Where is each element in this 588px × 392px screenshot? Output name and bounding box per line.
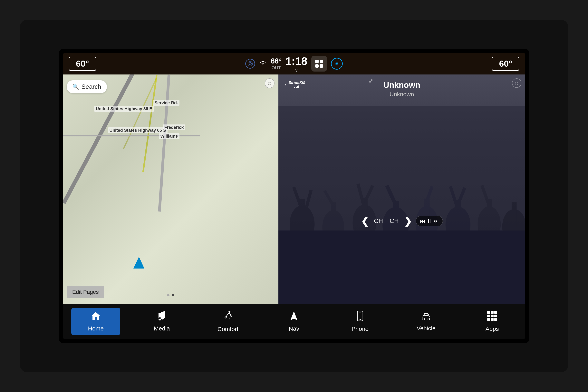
ch-prev-arrow[interactable]: ❮ (361, 216, 369, 226)
nav-label-home: Home (88, 325, 104, 332)
search-icon: 🔍 (72, 84, 79, 90)
svg-rect-47 (487, 318, 490, 321)
edit-pages-button[interactable]: Edit Pages (67, 286, 104, 298)
map-panel[interactable]: United States Highway 36 E United States… (63, 74, 278, 304)
playback-controls: ⏮ ⏸ ⏭ (416, 216, 443, 226)
wifi-icon (259, 60, 267, 68)
page-dot-2 (172, 294, 174, 296)
nav-item-nav[interactable]: -- Nav (269, 308, 318, 335)
nav-label-comfort: Comfort (217, 326, 238, 332)
road-label-us36: United States Highway 36 E (94, 106, 154, 112)
search-label: Search (81, 83, 101, 90)
ch-left-label: CH (373, 217, 384, 224)
crowd-visual: ▼ SiriusXM (278, 74, 525, 230)
svg-rect-48 (491, 318, 494, 321)
svg-rect-45 (491, 314, 494, 317)
svg-rect-42 (491, 311, 494, 314)
grid-button[interactable] (311, 56, 327, 72)
svg-rect-43 (494, 311, 497, 314)
nav-item-vehicle[interactable]: Vehicle (402, 308, 451, 335)
nav-label-apps: Apps (486, 326, 499, 332)
road-label-us65: United States Highway 65 S (108, 128, 168, 133)
nav-item-apps[interactable]: Apps (468, 308, 517, 335)
sirius-xm-indicator: ▼ SiriusXM (284, 80, 305, 88)
main-content: United States Highway 36 E United States… (63, 74, 525, 304)
road-label-service: Service Rd. (153, 100, 180, 106)
bottom-nav: Home Media (63, 304, 525, 339)
svg-point-3 (263, 64, 264, 66)
nav-label-phone: Phone (352, 326, 369, 332)
ch-right-label: CH (388, 217, 400, 224)
ch-next-arrow[interactable]: ❯ (404, 216, 412, 226)
svg-point-0 (249, 62, 251, 65)
nav-item-phone[interactable]: Phone (336, 308, 385, 335)
nav-label-vehicle: Vehicle (417, 325, 436, 332)
next-track-button[interactable]: ⏭ (433, 218, 439, 224)
road-yellow-highlight (142, 75, 157, 172)
svg-rect-41 (487, 311, 490, 314)
concert-background: ▼ SiriusXM (278, 74, 525, 230)
road-label-williams: Williams (159, 133, 179, 139)
signal-bars (294, 86, 299, 88)
track-title: Unknown (383, 80, 420, 90)
svg-point-33 (228, 311, 230, 313)
status-icons: 66° OUT 1:18 ∨ (245, 55, 343, 73)
nav-label-nav: Nav (289, 325, 299, 332)
temp-left[interactable]: 60° (69, 57, 96, 71)
navigation-arrow (133, 257, 144, 268)
search-box[interactable]: 🔍 Search (67, 80, 107, 93)
apps-icon (487, 311, 498, 324)
svg-rect-46 (494, 314, 497, 317)
channel-controls: ❮ CH CH ❯ ⏮ ⏸ ⏭ (278, 216, 525, 226)
sirius-xm-logo: SiriusXM (288, 80, 305, 85)
nav-item-home[interactable]: Home (71, 308, 120, 335)
nav-label-media: Media (154, 325, 170, 332)
status-bar: 60° (63, 53, 525, 74)
svg-rect-40 (425, 314, 428, 316)
svg-text:--: -- (293, 314, 295, 317)
radio-icon[interactable] (245, 59, 255, 68)
temp-right[interactable]: 60° (492, 57, 519, 71)
phone-icon (356, 311, 364, 324)
clock-display: 1:18 ∨ (285, 55, 307, 73)
svg-rect-44 (487, 314, 490, 317)
home-icon (90, 311, 101, 323)
road-vertical (158, 74, 170, 212)
prev-track-button[interactable]: ⏮ (420, 218, 425, 224)
page-dot-1 (167, 294, 169, 296)
svg-rect-37 (359, 312, 361, 312)
comfort-icon (223, 311, 233, 324)
car-frame: 60° (20, 20, 569, 372)
screen-bezel: 60° (59, 49, 529, 343)
road-label-frederick: Frederick (163, 124, 185, 130)
media-panel: ▼ SiriusXM (278, 74, 525, 304)
svg-point-5 (336, 63, 338, 64)
map-background: United States Highway 36 E United States… (63, 74, 278, 304)
compass-icon[interactable]: ◎ (265, 78, 274, 88)
media-icon (157, 311, 166, 323)
svg-rect-49 (494, 318, 497, 321)
track-info: Unknown Unknown (383, 80, 420, 98)
alexa-icon[interactable] (331, 58, 343, 70)
nav-item-media[interactable]: Media (137, 308, 186, 335)
pause-button[interactable]: ⏸ (427, 218, 432, 224)
vehicle-icon (420, 311, 432, 323)
grid-icon (315, 60, 323, 68)
nav-icon: -- (290, 311, 298, 324)
page-indicator (167, 294, 174, 296)
nav-item-comfort[interactable]: Comfort (203, 308, 252, 336)
media-expand-icon[interactable]: ⤢ (369, 78, 373, 84)
track-artist: Unknown (383, 91, 420, 98)
media-compass[interactable]: ◎ (512, 78, 521, 88)
outside-temp-display: 66° OUT (271, 57, 281, 70)
svg-point-36 (360, 319, 361, 320)
